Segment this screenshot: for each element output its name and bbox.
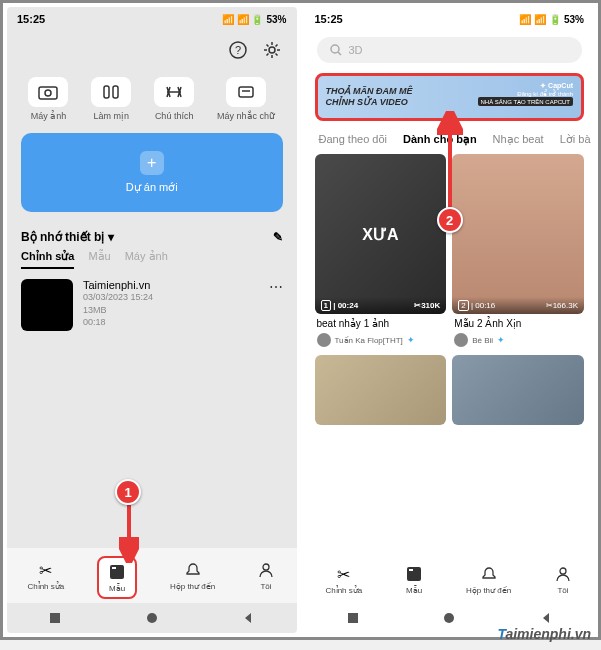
back-icon[interactable] — [241, 611, 255, 625]
project-info: Taimienphi.vn 03/03/2023 15:24 13MB 00:1… — [83, 279, 259, 329]
video-card[interactable]: XƯA 1 | 00:24✂310K beat nhảy 1 ảnh Tuấn … — [315, 154, 447, 347]
section-header: Bộ nhớ thiết bị ▾ ✎ — [7, 220, 297, 250]
nav-edit[interactable]: ✂Chỉnh sửa — [19, 556, 72, 599]
svg-point-15 — [331, 45, 339, 53]
svg-rect-12 — [50, 613, 60, 623]
action-label: Chú thích — [155, 111, 194, 121]
arrow-1 — [119, 503, 139, 563]
svg-point-4 — [45, 90, 51, 96]
edit-icon[interactable]: ✎ — [273, 230, 283, 244]
video-title: beat nhảy 1 ảnh — [315, 314, 447, 333]
video-thumbnail[interactable] — [315, 355, 447, 425]
video-thumbnail[interactable] — [452, 355, 584, 425]
thumb-row — [305, 351, 595, 429]
svg-rect-5 — [104, 86, 109, 98]
status-time: 15:25 — [315, 13, 343, 25]
svg-rect-10 — [112, 567, 116, 569]
action-row: Máy ảnh Làm mịn Chú thích Máy nhắc chữ — [7, 69, 297, 125]
avatar — [317, 333, 331, 347]
svg-text:?: ? — [234, 44, 240, 56]
search-bar[interactable]: 3D — [317, 37, 583, 63]
nav-profile[interactable]: Tôi — [248, 556, 284, 599]
plus-icon: + — [140, 151, 164, 175]
verified-icon: ✦ — [407, 335, 415, 345]
status-bar: 15:25 📶 📶 🔋53% — [305, 7, 595, 31]
recent-apps-icon[interactable] — [48, 611, 62, 625]
svg-rect-6 — [113, 86, 118, 98]
bell-icon — [479, 564, 499, 584]
right-screenshot: 15:25 📶 📶 🔋53% 3D THOẢ MÃN ĐAM MÊ CHỈNH … — [305, 7, 595, 633]
tab-template[interactable]: Mẫu — [88, 250, 110, 269]
action-label: Làm mịn — [94, 111, 130, 121]
bottom-nav: ✂Chỉnh sửa Mẫu Hộp thư đến Tôi — [7, 548, 297, 603]
video-title: Mẫu 2 Ảnh Xịn — [452, 314, 584, 333]
project-size: 13MB — [83, 304, 259, 317]
video-card[interactable]: 2 | 00:16✂166.3K Mẫu 2 Ảnh Xịn Bé Bii✦ — [452, 154, 584, 347]
feed-tab-beat[interactable]: Nhạc beat — [493, 133, 544, 146]
nav-template[interactable]: Mẫu — [396, 560, 432, 599]
video-thumbnail: 2 | 00:16✂166.3K — [452, 154, 584, 314]
template-icon — [404, 564, 424, 584]
home-icon[interactable] — [442, 611, 456, 625]
nav-edit[interactable]: ✂Chỉnh sửa — [317, 560, 370, 599]
person-icon — [256, 560, 276, 580]
home-icon[interactable] — [145, 611, 159, 625]
person-icon — [553, 564, 573, 584]
feed-tab-following[interactable]: Đang theo dõi — [319, 133, 388, 146]
action-label: Máy nhắc chữ — [217, 111, 275, 121]
bell-icon — [183, 560, 203, 580]
video-thumbnail: XƯA 1 | 00:24✂310K — [315, 154, 447, 314]
settings-icon[interactable] — [261, 39, 283, 61]
svg-point-21 — [444, 613, 454, 623]
recent-apps-icon[interactable] — [346, 611, 360, 625]
new-project-button[interactable]: + Dự án mới — [21, 133, 283, 212]
action-camera[interactable]: Máy ảnh — [28, 77, 68, 121]
svg-rect-3 — [39, 87, 57, 99]
svg-rect-7 — [239, 87, 253, 97]
svg-point-11 — [263, 564, 269, 570]
nav-inbox[interactable]: Hộp thư đến — [458, 560, 519, 599]
nav-inbox[interactable]: Hộp thư đến — [162, 556, 223, 599]
scissors-icon: ✂ — [334, 564, 354, 584]
new-project-label: Dự án mới — [126, 181, 178, 194]
back-icon[interactable] — [539, 611, 553, 625]
top-actions: ? — [7, 31, 297, 69]
svg-point-13 — [147, 613, 157, 623]
svg-point-2 — [269, 47, 275, 53]
banner-text: THOẢ MÃN ĐAM MÊ CHỈNH SỬA VIDEO — [326, 86, 413, 108]
system-nav — [7, 603, 297, 633]
video-author: Bé Bii✦ — [452, 333, 584, 347]
action-caption[interactable]: Chú thích — [154, 77, 194, 121]
scissors-icon: ✂ — [36, 560, 56, 580]
section-title: Bộ nhớ thiết bị ▾ — [21, 230, 114, 244]
status-time: 15:25 — [17, 13, 45, 25]
callout-2: 2 — [437, 207, 463, 233]
svg-rect-20 — [348, 613, 358, 623]
project-date: 03/03/2023 15:24 — [83, 291, 259, 304]
feed-tab-lyrics[interactable]: Lời bà — [560, 133, 591, 146]
tab-edit[interactable]: Chỉnh sửa — [21, 250, 74, 269]
more-icon[interactable]: ⋯ — [269, 279, 283, 295]
nav-profile[interactable]: Tôi — [545, 560, 581, 599]
action-smooth[interactable]: Làm mịn — [91, 77, 131, 121]
project-item[interactable]: Taimienphi.vn 03/03/2023 15:24 13MB 00:1… — [7, 269, 297, 341]
verified-icon: ✦ — [497, 335, 505, 345]
video-author: Tuấn Ka Flop[THT]✦ — [315, 333, 447, 347]
help-icon[interactable]: ? — [227, 39, 249, 61]
watermark: Taimienphi.vn — [497, 626, 591, 642]
svg-line-16 — [338, 52, 341, 55]
search-placeholder: 3D — [349, 44, 363, 56]
tab-camera[interactable]: Máy ảnh — [125, 250, 168, 269]
template-icon — [107, 562, 127, 582]
project-thumbnail — [21, 279, 73, 331]
arrow-2 — [437, 111, 463, 211]
callout-1: 1 — [115, 479, 141, 505]
project-tabs: Chỉnh sửa Mẫu Máy ảnh — [7, 250, 297, 269]
left-screenshot: 15:25 📶 📶 🔋53% ? Máy ảnh Làm mịn Chú thí… — [7, 7, 297, 633]
status-bar: 15:25 📶 📶 🔋53% — [7, 7, 297, 31]
bottom-nav: ✂Chỉnh sửa Mẫu Hộp thư đến Tôi — [305, 552, 595, 603]
action-teleprompter[interactable]: Máy nhắc chữ — [217, 77, 275, 121]
project-title: Taimienphi.vn — [83, 279, 259, 291]
svg-rect-18 — [409, 569, 413, 571]
avatar — [454, 333, 468, 347]
